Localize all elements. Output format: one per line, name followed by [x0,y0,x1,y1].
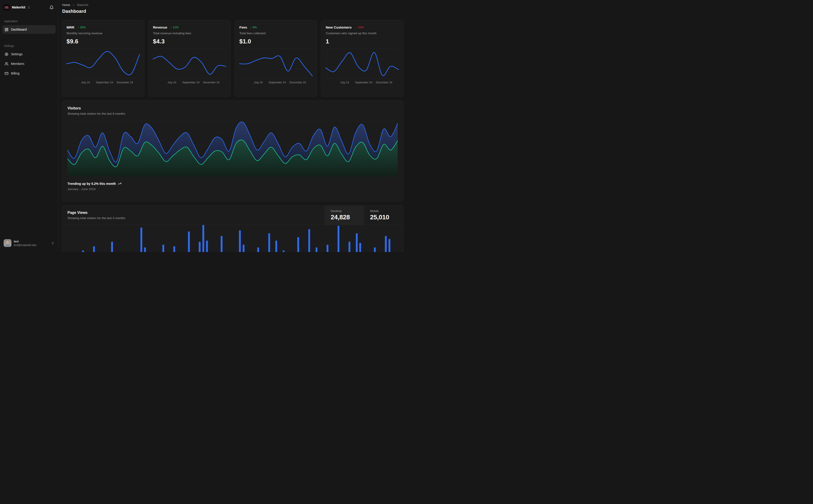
page-views-heading: Page Views Showing total visitors for th… [62,206,325,225]
stat-description: Monthly recurring revenue [66,32,139,35]
chevrons-up-down-icon [27,6,30,9]
section-label-application: Application [4,20,56,23]
bar [140,228,142,252]
page-views-title: Page Views [67,211,319,215]
trending-up-icon [118,182,121,186]
bar [338,226,339,252]
breadcrumb-home-link[interactable]: Home [62,3,70,7]
tab-label: Mobile [370,209,397,213]
bar [144,247,146,252]
makerkit-logo: m [3,4,10,11]
revenue-sparkline-chart [153,49,226,79]
sidebar-item-settings[interactable]: Settings [2,50,56,58]
bar [374,247,376,252]
trend-value: 9% [253,26,257,29]
bar [359,243,361,252]
gear-icon [5,52,8,56]
bar [173,246,175,252]
x-axis-labels: July 24September 24December 24 [153,81,226,85]
main-content: Home Makerkit Dashboard MRR ↑20% Monthly… [58,0,406,252]
trend-badge: ↑9% [251,26,257,29]
stat-card-fees: Fees ↑9% Total fees collected $1.0 July … [235,20,317,97]
visitors-footer: Trending up by 5.2% this month [67,182,398,186]
bar [385,236,387,252]
x-axis-labels: July 24September 24December 24 [240,81,312,85]
stat-title: Fees [240,25,247,29]
bar [162,245,164,252]
page-views-header: Page Views Showing total visitors for th… [62,206,403,225]
section-label-settings: Settings [4,44,56,48]
bar [239,230,241,252]
sidebar-item-label: Members [11,62,24,66]
bar [206,241,208,252]
stat-card-revenue: Revenue ↑12% Total revenue including fee… [148,20,231,97]
page-views-chart [66,225,399,252]
bar [221,236,223,252]
x-axis-labels: July 24September 24December 24 [66,81,139,85]
arrow-up-icon: ↑ [170,26,172,29]
tab-mobile[interactable]: Mobile 25,010 [364,206,403,225]
sidebar-item-billing[interactable]: Billing [2,69,56,78]
bar [349,242,350,252]
tab-value: 25,010 [370,214,397,221]
sidebar-item-label: Settings [11,52,23,56]
mrr-sparkline-chart [66,49,139,79]
stat-title: New Customers [326,25,352,29]
stat-cards-row: MRR ↑20% Monthly recurring revenue $9.6 … [62,20,403,97]
visitors-card: Visitors Showing total visitors for the … [62,101,403,202]
bar [275,241,277,252]
x-axis-labels: July 24September 24December 24 [326,81,399,85]
bar [199,242,200,252]
user-name: test [14,240,37,243]
bar [111,242,113,252]
page-views-card: Page Views Showing total visitors for th… [62,205,403,252]
stat-description: Total fees collected [240,32,312,35]
bar [283,250,285,252]
bar [308,229,310,252]
user-email: test@makerkit.dev [14,244,37,247]
bar [268,233,270,252]
tab-desktop[interactable]: Desktop 24,828 [325,206,364,225]
trend-value: -25% [357,26,364,29]
sidebar-item-dashboard[interactable]: Dashboard [2,25,56,34]
trend-value: 12% [173,26,178,29]
bar [257,247,259,252]
bar [188,231,190,252]
visitors-period: January - June 2024 [67,187,398,191]
breadcrumb: Home Makerkit [62,3,403,7]
trend-value: 20% [80,26,85,29]
page-views-subtitle: Showing total visitors for the last 3 mo… [67,216,319,220]
visitors-area-chart [67,120,398,176]
sidebar-item-label: Billing [11,72,19,75]
credit-card-icon [5,72,8,75]
sidebar-item-label: Dashboard [11,28,27,31]
new-customers-sparkline-chart [326,49,399,79]
user-menu[interactable]: test test@makerkit.dev [2,238,56,248]
workspace-selector[interactable]: m Makerkit [2,3,56,12]
visitors-title: Visitors [67,106,398,110]
users-icon [5,62,8,66]
arrow-down-icon: ↓ [355,26,356,29]
page-views-tabs: Desktop 24,828 Mobile 25,010 [325,206,403,225]
bar [82,250,84,252]
bar [356,233,358,252]
stat-title: MRR [66,25,74,29]
tab-label: Desktop [331,209,358,213]
sidebar-item-members[interactable]: Members [2,59,56,68]
notifications-bell-icon[interactable] [48,4,55,11]
trend-badge: ↑20% [77,26,85,29]
stat-title: Revenue [153,25,167,29]
bar [93,246,95,252]
fees-sparkline-chart [240,49,312,79]
trend-badge: ↓-25% [355,26,364,29]
logo-letter: m [5,5,8,9]
dashboard-icon [5,28,8,32]
stat-card-new-customers: New Customers ↓-25% Customers who signed… [321,20,403,97]
visitors-trend-text: Trending up by 5.2% this month [67,182,116,186]
stat-value: $9.6 [66,38,139,45]
stat-description: Total revenue including fees [153,32,226,35]
breadcrumb-current: Makerkit [77,3,88,7]
bar [327,245,328,252]
bar [389,239,390,252]
stat-value: $4.3 [153,38,226,45]
